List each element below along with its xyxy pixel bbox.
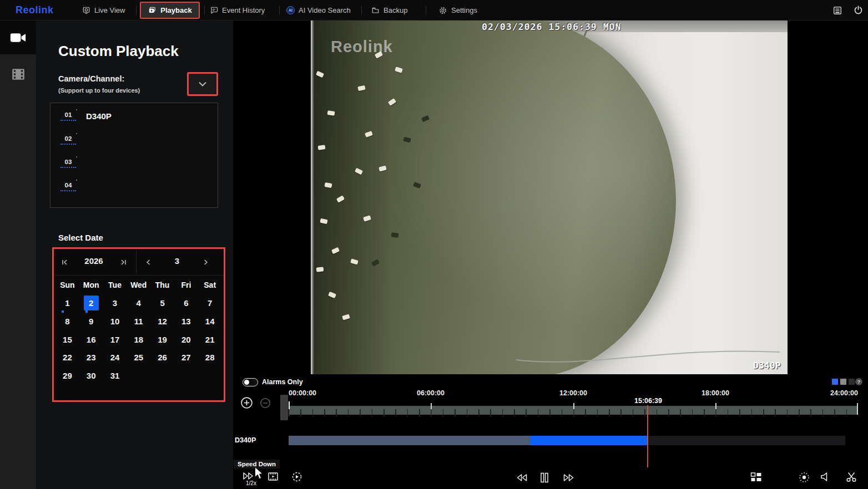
frame-icon	[268, 472, 279, 481]
calendar-day[interactable]: 8	[60, 314, 75, 329]
ruler-tick	[573, 403, 574, 415]
fast-forward-button[interactable]	[562, 473, 575, 482]
power-button[interactable]	[853, 5, 864, 18]
tab-settings[interactable]: Settings	[438, 0, 477, 21]
alarms-only-label: Alarms Only	[262, 378, 303, 386]
recording-bar-empty	[647, 436, 845, 445]
timeline-help-button[interactable]: ?	[855, 378, 862, 385]
next-month-button[interactable]	[199, 256, 213, 269]
next-year-button[interactable]	[117, 256, 130, 269]
channel-item-04[interactable]: 04	[60, 179, 86, 193]
ruler-tick	[289, 401, 290, 416]
log-button[interactable]	[832, 6, 842, 18]
channel-number: 04	[60, 182, 76, 191]
calendar-day[interactable]: 14	[203, 314, 218, 329]
calendar-day[interactable]: 12	[155, 314, 170, 329]
rewind-icon	[516, 473, 528, 482]
day-header: Thu	[155, 281, 170, 289]
audio-button[interactable]	[820, 471, 831, 482]
calendar-day[interactable]: 17	[107, 332, 122, 347]
speed-down-button[interactable]	[243, 471, 255, 481]
live-view-icon	[82, 6, 90, 14]
calendar-day[interactable]: 29	[60, 368, 75, 383]
calendar-day[interactable]: 9	[84, 314, 99, 329]
prev-month-button[interactable]	[142, 256, 155, 269]
calendar-day[interactable]: 5	[155, 296, 170, 310]
frame-step-button[interactable]	[268, 472, 279, 481]
timeline-playhead[interactable]	[647, 405, 648, 467]
timeline-ruler[interactable]	[289, 406, 858, 415]
tab-backup[interactable]: Backup	[371, 0, 407, 21]
drum-hole	[316, 267, 324, 272]
tab-live-view[interactable]: Live View	[82, 0, 125, 21]
nav-separator	[204, 6, 205, 15]
nav-separator	[361, 6, 362, 15]
calendar-month[interactable]: 3	[163, 256, 191, 266]
pause-button[interactable]	[539, 472, 550, 483]
calendar-day[interactable]: 30	[84, 368, 99, 383]
calendar-day[interactable]: 20	[179, 332, 194, 347]
calendar-day[interactable]: 21	[203, 332, 218, 347]
calendar-day[interactable]: 25	[131, 350, 146, 365]
video-viewport: 02/03/2026 15:06:39 MON Reolink D340P	[311, 21, 788, 374]
calendar-day[interactable]: 23	[84, 350, 99, 365]
recording-bar-continuous[interactable]	[289, 436, 530, 445]
calendar-day[interactable]: 3	[107, 296, 122, 310]
sidebar-item-clips[interactable]	[0, 68, 36, 81]
alarms-only-toggle[interactable]	[243, 378, 258, 386]
calendar-day[interactable]: 26	[155, 350, 170, 365]
ai-icon: AI	[286, 6, 295, 14]
camera-channel-dropdown[interactable]	[187, 72, 218, 96]
select-date-label: Select Date	[58, 233, 103, 242]
clip-button[interactable]	[846, 471, 858, 483]
image-settings-button[interactable]	[798, 471, 810, 483]
video-camera-icon	[9, 31, 27, 44]
channel-item-02[interactable]: 02	[60, 133, 86, 147]
calendar-day[interactable]: 15	[60, 332, 75, 347]
tab-label: AI Video Search	[299, 6, 351, 14]
layout-grid-button[interactable]	[750, 472, 763, 483]
nav-separator	[279, 6, 280, 15]
calendar-day[interactable]: 7	[203, 296, 218, 310]
calendar-day[interactable]: 16	[84, 332, 99, 347]
time-jump-button[interactable]	[291, 471, 302, 482]
calendar-day[interactable]: 4	[131, 296, 146, 310]
tab-event-history[interactable]: Event History	[210, 0, 265, 21]
calendar-day[interactable]: 11	[131, 314, 146, 329]
rewind-button[interactable]	[516, 473, 528, 482]
tab-playback[interactable]: Playback	[140, 2, 200, 19]
hour-label-6: 06:00:00	[417, 389, 445, 397]
drum-hole	[327, 110, 335, 116]
day-header: Sun	[60, 281, 74, 289]
tab-ai-video-search[interactable]: AI AI Video Search	[286, 0, 351, 21]
osd-camera-label: D340P	[753, 360, 781, 371]
calendar-day[interactable]: 22	[60, 350, 75, 365]
sidebar-item-playback[interactable]	[0, 31, 36, 44]
timeline-edge-handle[interactable]	[280, 395, 288, 420]
hour-label-12: 12:00:00	[559, 389, 587, 397]
recording-bar-active[interactable]	[530, 436, 647, 445]
calendar-day[interactable]: 19	[155, 332, 170, 347]
calendar-day[interactable]: 1	[60, 296, 75, 310]
calendar-day[interactable]: 10	[107, 314, 122, 329]
calendar-day[interactable]: 28	[203, 350, 218, 365]
timeline-zoom-out-button[interactable]	[260, 398, 271, 409]
calendar-day-selected[interactable]: 2	[84, 296, 99, 310]
legend-dark-square	[849, 379, 855, 385]
calendar-day[interactable]: 31	[107, 368, 122, 383]
calendar-day[interactable]: 13	[179, 314, 194, 329]
channel-item-01[interactable]: 01 D340P	[60, 109, 112, 123]
calendar-day[interactable]: 18	[131, 332, 146, 347]
film-strip-icon	[11, 68, 26, 81]
calendar-day[interactable]: 6	[179, 296, 194, 310]
timeline-zoom-in-button[interactable]	[240, 396, 253, 409]
tab-label: Settings	[451, 6, 477, 14]
pause-icon	[539, 472, 550, 483]
mouse-cursor	[254, 467, 264, 480]
calendar-year[interactable]: 2026	[76, 256, 112, 266]
calendar-day[interactable]: 27	[179, 350, 194, 365]
prev-year-button[interactable]	[58, 256, 72, 269]
calendar-day[interactable]: 24	[107, 350, 122, 365]
speaker-icon	[820, 471, 831, 482]
channel-item-03[interactable]: 03	[60, 156, 86, 170]
